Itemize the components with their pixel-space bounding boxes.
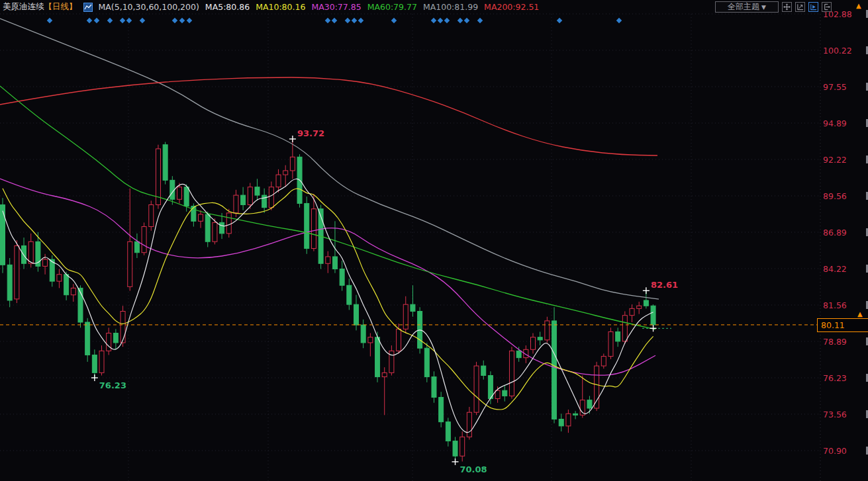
candle-body (361, 325, 365, 343)
candle-body (545, 321, 550, 340)
candle-body (347, 285, 352, 304)
chart-type-icon[interactable] (83, 3, 93, 12)
candle-body (340, 269, 344, 286)
candle-body (601, 357, 606, 366)
event-dot[interactable] (358, 18, 363, 23)
candle-body (453, 441, 458, 457)
candle-body (241, 195, 246, 204)
event-dot[interactable] (187, 18, 192, 23)
event-dot[interactable] (332, 18, 337, 23)
ma-line-ma200 (0, 77, 657, 155)
candle-body (43, 259, 48, 266)
corner-up-arrow-icon[interactable]: ▲ (856, 3, 861, 9)
event-dot[interactable] (557, 18, 562, 23)
candle-body (213, 222, 217, 241)
candle-body (92, 355, 97, 373)
candle-body (113, 333, 118, 343)
symbol-title: 美原油连续【日线】 (3, 1, 77, 13)
pan-right-button[interactable] (822, 2, 832, 12)
candle-body (382, 372, 387, 376)
chart-canvas[interactable] (0, 0, 868, 481)
candle-body (199, 214, 203, 221)
event-dot[interactable] (477, 18, 483, 23)
chevron-down-icon: ▼ (761, 4, 766, 11)
candle-body (332, 257, 337, 269)
candle-body (28, 241, 33, 263)
candle-body (397, 329, 401, 351)
themes-dropdown[interactable]: 全部主题▼ (715, 1, 779, 13)
price-annotation-swing-high: 93.72 (297, 128, 324, 138)
price-annotation-swing-low: 70.08 (460, 464, 487, 474)
candle-body (7, 265, 12, 300)
candle-body (121, 311, 125, 342)
event-dot[interactable] (325, 18, 330, 23)
axis-scale-button[interactable] (795, 2, 805, 12)
ma200-value: MA200:92.51 (484, 2, 539, 12)
event-dot[interactable] (352, 18, 357, 23)
candle-body (149, 205, 154, 227)
axis-tick-label: 73.56 (823, 410, 847, 419)
header: 美原油连续【日线】 MA(5,10,30,60,100,200) MA5:80.… (3, 0, 539, 14)
candle-body (573, 414, 578, 415)
candle-body (354, 304, 359, 325)
candle-body (107, 333, 111, 351)
crosshair-mode-icon (810, 3, 817, 11)
axis-tick-label: 81.56 (823, 300, 847, 310)
candle-body (637, 306, 642, 308)
event-dot[interactable] (345, 18, 350, 23)
price-annotation-swing-low: 76.23 (99, 380, 126, 390)
event-dot[interactable] (107, 18, 113, 23)
ma100-value: MA100:81.99 (423, 2, 478, 12)
candle-body (595, 366, 599, 408)
event-dot[interactable] (120, 18, 125, 23)
event-dot[interactable] (94, 18, 99, 23)
candle-body (481, 366, 486, 375)
event-dot[interactable] (126, 18, 132, 23)
move-chart-button[interactable] (782, 2, 792, 12)
axis-tick-label: 94.89 (823, 118, 847, 128)
toolbar: 全部主题▼ (715, 1, 832, 13)
event-dot[interactable] (391, 18, 397, 23)
axis-tick-label: 86.89 (823, 228, 847, 238)
event-dot[interactable] (458, 18, 463, 23)
candle-body (184, 187, 189, 206)
crosshair-mode-button[interactable] (808, 2, 818, 12)
candle-body (177, 187, 182, 200)
event-dot[interactable] (179, 18, 185, 23)
candle-body (495, 390, 500, 398)
ma5-value: MA5:80.86 (205, 2, 250, 12)
event-dot[interactable] (431, 18, 436, 23)
chart-window: 美原油连续【日线】 MA(5,10,30,60,100,200) MA5:80.… (0, 0, 868, 481)
candle-body (15, 245, 19, 298)
event-dot[interactable] (438, 18, 443, 23)
event-dot[interactable] (464, 18, 469, 23)
candle-body (262, 195, 267, 208)
candle-body (128, 241, 132, 286)
candle-body (538, 337, 542, 340)
candle-body (57, 275, 62, 281)
candle-body (134, 241, 139, 253)
candle-body (446, 422, 450, 441)
event-dot[interactable] (616, 18, 622, 23)
event-dot[interactable] (140, 18, 145, 23)
candle-body (1, 205, 5, 265)
candle-body (552, 321, 557, 419)
candle-body (439, 398, 444, 422)
candle-body (142, 227, 146, 253)
candle-body (432, 377, 436, 398)
candle-body (403, 304, 408, 329)
candle-body (64, 275, 69, 295)
event-dot[interactable] (47, 18, 52, 23)
move-cross-icon (783, 3, 791, 11)
candle-body (311, 209, 316, 249)
event-dot[interactable] (172, 18, 177, 23)
candle-body (566, 414, 571, 426)
event-dot[interactable] (87, 18, 92, 23)
event-dot[interactable] (444, 18, 450, 23)
candle-body (509, 351, 514, 396)
axis-tick-label: 89.56 (823, 191, 847, 201)
candle-body (424, 348, 429, 376)
ma60-value: MA60:79.77 (367, 2, 417, 12)
pan-right-icon (823, 3, 830, 11)
axis-tick-label: 78.89 (823, 337, 847, 347)
